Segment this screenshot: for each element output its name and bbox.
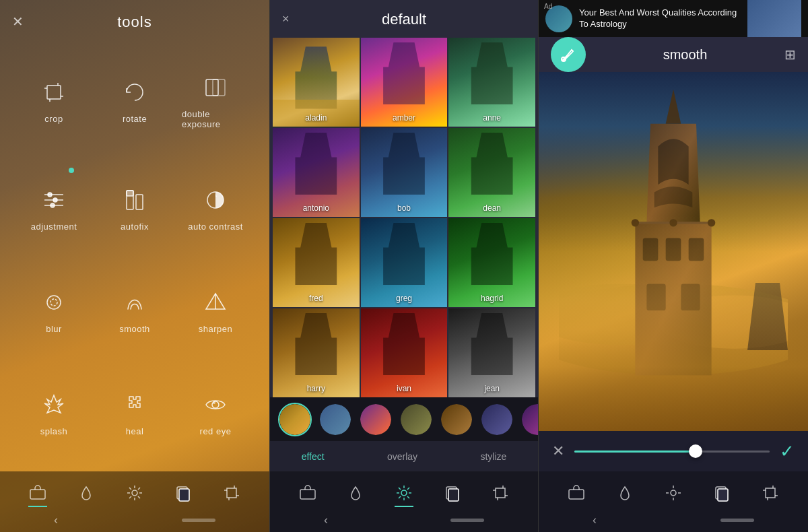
filter-hagrid[interactable]: hagrid: [448, 218, 535, 307]
tool-smooth[interactable]: smooth: [94, 260, 175, 362]
slider-confirm-icon[interactable]: ✓: [780, 441, 795, 462]
mid-nav-crop[interactable]: [492, 484, 509, 502]
filter-amber[interactable]: amber: [361, 38, 448, 127]
left-nav-copy[interactable]: [174, 484, 192, 502]
mid-nav-briefcase[interactable]: [299, 484, 316, 502]
filter-bob[interactable]: bob: [361, 128, 448, 217]
crop-icon: [39, 77, 69, 107]
tool-heal[interactable]: heal: [94, 362, 175, 465]
tool-sharpen[interactable]: sharpen: [175, 260, 256, 362]
tool-rotate[interactable]: rotate: [94, 44, 175, 157]
filter-greg[interactable]: greg: [361, 218, 448, 307]
tool-heal-label: heal: [126, 426, 144, 436]
strip-thumb-0[interactable]: [278, 403, 312, 436]
svg-rect-34: [179, 489, 189, 501]
mid-close-icon[interactable]: ×: [282, 12, 290, 26]
right-back-arrow[interactable]: ‹: [593, 513, 597, 527]
filter-anne[interactable]: anne: [448, 38, 535, 127]
filter-grid: aladin amber anne antonio bob: [270, 35, 538, 397]
right-nav-effects[interactable]: [665, 484, 682, 502]
tab-effect[interactable]: effect: [288, 446, 338, 467]
filter-anne-label: anne: [448, 113, 535, 123]
auto-contrast-icon: [201, 185, 230, 215]
strip-thumb-2[interactable]: [359, 403, 393, 436]
left-back-arrow[interactable]: ‹: [54, 513, 58, 527]
filter-jean[interactable]: jean: [448, 308, 535, 397]
tool-autofix-label: autofix: [121, 222, 149, 232]
tab-overlay[interactable]: overlay: [374, 446, 431, 467]
tool-autofix[interactable]: autofix: [94, 157, 175, 259]
active-line: [28, 506, 47, 507]
right-bottom-bar: ‹: [539, 471, 808, 532]
svg-rect-23: [30, 490, 45, 499]
filter-amber-label: amber: [361, 113, 448, 123]
tool-sharpen-label: sharpen: [199, 324, 232, 334]
brush-fab[interactable]: [551, 37, 586, 72]
right-nav-briefcase[interactable]: [568, 484, 585, 502]
strip-thumb-5[interactable]: [480, 403, 514, 436]
slider-cancel-icon[interactable]: ✕: [552, 442, 564, 460]
filter-aladin[interactable]: aladin: [273, 38, 360, 127]
right-nav-drop[interactable]: [616, 484, 634, 502]
tool-crop[interactable]: crop: [13, 44, 94, 157]
svg-point-18: [50, 299, 57, 306]
right-nav-copy[interactable]: [713, 484, 731, 502]
adjustment-dot: [69, 168, 74, 173]
splash-icon: [39, 390, 69, 420]
rotate-icon: [120, 77, 149, 107]
filter-ivan[interactable]: ivan: [361, 308, 448, 397]
filter-fred[interactable]: fred: [273, 218, 360, 307]
tab-stylize[interactable]: stylize: [467, 446, 520, 467]
slider-track[interactable]: [574, 451, 770, 453]
left-nav-drop[interactable]: [77, 484, 95, 502]
left-nav-row: ‹: [0, 508, 269, 532]
left-close-icon[interactable]: ✕: [12, 13, 24, 30]
svg-line-47: [399, 488, 401, 490]
tool-double-exposure[interactable]: double exposure: [175, 44, 256, 157]
right-nav-crop[interactable]: [762, 484, 779, 502]
filter-antonio[interactable]: antonio: [273, 128, 360, 217]
compare-icon[interactable]: ⊞: [784, 46, 796, 63]
strip-thumb-4[interactable]: [440, 403, 473, 436]
tools-grid: crop rotate double exposure adjustment: [0, 38, 269, 471]
right-nav-row: ‹: [539, 508, 808, 532]
red-eye-icon: [201, 390, 230, 420]
mid-nav-effects[interactable]: [395, 484, 413, 502]
tool-red-eye[interactable]: red eye: [175, 362, 256, 465]
svg-point-11: [53, 198, 57, 202]
mid-nav-copy[interactable]: [444, 484, 461, 502]
tool-blur[interactable]: blur: [13, 260, 94, 362]
tool-auto-contrast[interactable]: auto contrast: [175, 157, 256, 259]
svg-point-12: [50, 203, 55, 207]
svg-line-48: [407, 496, 409, 498]
filter-harry[interactable]: harry: [273, 308, 360, 397]
tool-adjustment[interactable]: adjustment: [13, 157, 94, 259]
mid-header: × default: [270, 0, 538, 35]
left-nav-effects[interactable]: [126, 484, 143, 502]
left-nav-briefcase[interactable]: [29, 484, 46, 502]
svg-line-49: [407, 488, 409, 490]
mid-nav-drop[interactable]: [347, 484, 364, 502]
mid-title: default: [382, 11, 426, 28]
tool-adjustment-label: adjustment: [31, 222, 77, 232]
filter-aladin-label: aladin: [273, 113, 360, 123]
filter-dean[interactable]: dean: [448, 128, 535, 217]
svg-line-32: [129, 496, 131, 498]
slider-thumb: [689, 444, 702, 458]
right-tool-name: smooth: [586, 47, 784, 63]
left-nav-crop[interactable]: [223, 484, 240, 502]
strip-thumb-1[interactable]: [318, 403, 352, 436]
filter-greg-label: greg: [361, 294, 448, 303]
tool-blur-label: blur: [46, 324, 62, 334]
mid-back-arrow[interactable]: ‹: [324, 513, 328, 527]
tool-crop-label: crop: [44, 114, 63, 124]
strip-thumb-6[interactable]: [520, 403, 538, 436]
ad-banner[interactable]: Ad Your Best And Worst Qualities Accordi…: [539, 0, 808, 37]
heal-icon: [120, 390, 149, 420]
tool-splash[interactable]: splash: [13, 362, 94, 465]
svg-point-77: [671, 490, 676, 496]
strip-thumb-3[interactable]: [399, 403, 433, 436]
svg-point-10: [48, 193, 52, 197]
right-bottom-icons: [539, 471, 808, 508]
svg-rect-52: [448, 489, 459, 501]
